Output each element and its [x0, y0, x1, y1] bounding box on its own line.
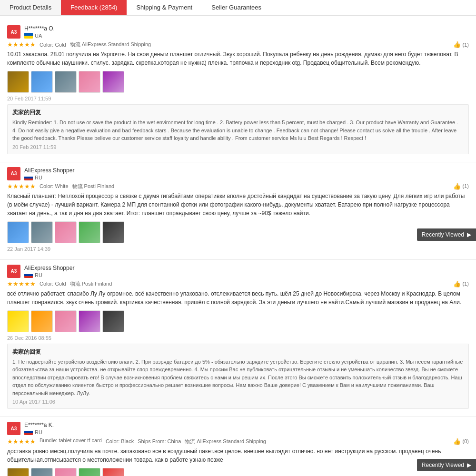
review-image-1-1[interactable] — [7, 71, 29, 93]
review-image-3-4[interactable] — [79, 310, 100, 332]
seller-reply-title-3: 卖家的回复 — [12, 348, 464, 356]
reviewer-name-3: AliExpress Shopper — [24, 265, 469, 271]
review-date-2: 22 Jan 2017 14:39 — [7, 246, 469, 252]
seller-reply-3: 卖家的回复 1. Не подвергайте устройство возде… — [7, 344, 469, 409]
flag-ru-2 — [24, 175, 33, 180]
chevron-right-icon-top: ▶ — [467, 231, 471, 238]
helpful-3[interactable]: 👍 (1) — [453, 280, 469, 288]
review-image-1-3[interactable] — [55, 71, 77, 93]
review-meta-1: ★★★★★ Color: Gold 物流 AliExpress Standard… — [7, 41, 469, 48]
recently-viewed-label-top: Recently Viewed — [422, 231, 464, 238]
reviewer-country-4: RU — [24, 429, 469, 435]
review-image-3-3[interactable] — [55, 310, 77, 332]
review-meta-3: ★★★★★ Color: Gold 物流 Posti Finland 👍 (1) — [7, 280, 469, 288]
shipping-info-2: 物流 Posti Finland — [72, 183, 115, 190]
shipping-info-3: 物流 Posti Finland — [70, 280, 112, 288]
review-images-1 — [7, 71, 469, 93]
review-image-2-5[interactable] — [102, 221, 124, 243]
color-info-1: Color: Gold — [40, 42, 66, 48]
stars-3: ★★★★★ — [7, 280, 36, 288]
reviewer-info-1: Н*******а О. UA — [24, 25, 469, 39]
country-code-3: RU — [35, 272, 42, 278]
recently-viewed-label-bottom: Recently Viewed — [422, 462, 464, 468]
review-image-2-3[interactable] — [55, 221, 77, 243]
review-image-3-5[interactable] — [102, 310, 124, 332]
review-images-2 — [7, 221, 469, 243]
review-image-2-2[interactable] — [31, 221, 53, 243]
review-image-1-5[interactable] — [102, 71, 124, 93]
helpful-1[interactable]: 👍 (1) — [453, 41, 469, 48]
review-image-4-2[interactable] — [31, 468, 53, 476]
shipping-info-1: 物流 AliExpress Standard Shipping — [70, 41, 151, 48]
seller-reply-date-1: 20 Feb 2017 11:59 — [12, 144, 464, 150]
review-3: A3 AliExpress Shopper RU ★★★★★ Color: Go… — [0, 260, 476, 417]
review-text-3: всё отлично работает. спасибо Лу Лу огро… — [7, 289, 469, 307]
helpful-count-2: (1) — [463, 183, 469, 189]
country-code-4: RU — [35, 429, 42, 435]
thumb-up-icon-3: 👍 — [453, 280, 461, 288]
tab-feedback[interactable]: Feedback (2854) — [61, 0, 127, 15]
review-image-4-4[interactable] — [79, 468, 100, 476]
review-2: A3 AliExpress Shopper RU ★★★★★ Color: Wh… — [0, 162, 476, 260]
review-text-1: 10.01 закасала. 28.01 получила на Укрпоч… — [7, 50, 469, 67]
reviews-container: A3 Н*******а О. UA ★★★★★ Color: Gold 物流 … — [0, 16, 476, 476]
review-image-1-2[interactable] — [31, 71, 53, 93]
helpful-2[interactable]: 👍 (1) — [453, 183, 469, 190]
tab-product-details[interactable]: Product Details — [0, 0, 61, 15]
review-text-4: доставка ровно месяц.получила на почте. … — [7, 447, 469, 464]
review-image-2-1[interactable] — [7, 221, 29, 243]
review-image-4-5[interactable] — [102, 468, 124, 476]
reviewer-name-4: E*******а K. — [24, 422, 469, 428]
review-image-4-3[interactable] — [55, 468, 77, 476]
stars-1: ★★★★★ — [7, 41, 36, 48]
review-meta-2: ★★★★★ Color: White 物流 Posti Finland 👍 (1… — [7, 183, 469, 190]
seller-reply-1: 卖家的回复 Kindly Reminder: 1. Do not use or … — [7, 104, 469, 154]
review-meta-4: ★★★★★ Bundle: tablet cover tf card Color… — [7, 437, 469, 445]
review-1: A3 Н*******а О. UA ★★★★★ Color: Gold 物流 … — [0, 20, 476, 162]
country-code-1: UA — [35, 33, 42, 39]
review-image-4-1[interactable] — [7, 468, 29, 476]
reviewer-info-3: AliExpress Shopper RU — [24, 265, 469, 278]
helpful-4[interactable]: 👍 (0) — [453, 438, 469, 445]
flag-ru-4 — [24, 429, 33, 435]
reviewer-info-4: E*******а K. RU — [24, 422, 469, 435]
reviewer-name-1: Н*******а О. — [24, 25, 469, 32]
stars-4: ★★★★★ — [7, 438, 36, 445]
review-image-3-1[interactable] — [7, 310, 29, 332]
review-date-3: 26 Dec 2016 08:55 — [7, 335, 469, 341]
flag-ua-1 — [24, 33, 33, 39]
review-image-1-4[interactable] — [79, 71, 100, 93]
recently-viewed-bar-top[interactable]: Recently Viewed ▶ — [417, 228, 476, 241]
seller-reply-title-1: 卖家的回复 — [12, 109, 464, 117]
review-image-3-2[interactable] — [31, 310, 53, 332]
review-images-3 — [7, 310, 469, 332]
shipping-info-4: 物流 AliExpress Standard Shipping — [185, 438, 266, 445]
nav-tabs: Product Details Feedback (2854) Shipping… — [0, 0, 476, 16]
reviewer-country-1: UA — [24, 33, 469, 39]
review-images-4 — [7, 468, 469, 476]
tab-seller[interactable]: Seller Guarantees — [202, 0, 271, 15]
bundle-info-4: Bundle: tablet cover tf card — [40, 437, 102, 443]
avatar-2: A3 — [7, 167, 20, 180]
seller-reply-date-3: 10 Apr 2017 11:06 — [12, 399, 464, 405]
avatar-1: A3 — [7, 25, 20, 39]
color-info-3: Color: Gold — [40, 281, 66, 287]
tab-shipping[interactable]: Shipping & Payment — [127, 0, 202, 15]
thumb-up-icon-4: 👍 — [453, 438, 461, 445]
review-date-1: 20 Feb 2017 11:59 — [7, 96, 469, 101]
review-text-2: Класный планшет: Неплохой процессор в св… — [7, 192, 469, 218]
chevron-right-icon-bottom: ▶ — [467, 462, 471, 468]
flag-ru-3 — [24, 272, 33, 278]
thumb-up-icon-2: 👍 — [453, 183, 461, 190]
recently-viewed-bar-bottom[interactable]: Recently Viewed ▶ — [417, 459, 476, 471]
seller-reply-text-1: Kindly Reminder: 1. Do not use or save t… — [12, 119, 464, 142]
ships-from-4: Ships From: China — [138, 438, 181, 444]
seller-reply-text-3: 1. Не подвергайте устройство воздействию… — [12, 358, 464, 397]
reviewer-info-2: AliExpress Shopper RU — [24, 167, 469, 180]
helpful-count-1: (1) — [463, 42, 469, 48]
helpful-count-3: (1) — [463, 281, 469, 287]
review-4: A3 E*******а K. RU ★★★★★ Bundle: tablet … — [0, 417, 476, 476]
review-image-2-4[interactable] — [79, 221, 100, 243]
reviewer-country-3: RU — [24, 272, 469, 278]
color-info-2: Color: White — [40, 183, 69, 189]
